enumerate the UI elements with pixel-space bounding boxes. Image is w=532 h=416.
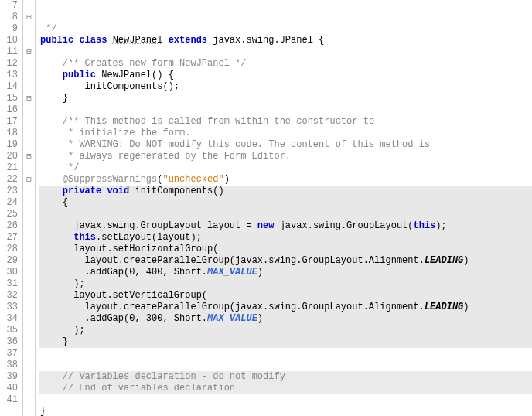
line-number: 26	[0, 220, 18, 232]
code-line[interactable]	[39, 394, 532, 406]
line-number: 21	[0, 162, 18, 174]
code-line[interactable]: {	[39, 197, 532, 209]
line-number: 39	[0, 371, 18, 383]
line-number: 34	[0, 313, 18, 325]
code-line[interactable]	[39, 46, 532, 58]
code-line[interactable]	[39, 209, 532, 220]
line-number: 24	[0, 197, 18, 209]
code-line[interactable]: /** Creates new form NewJPanel */	[39, 58, 532, 70]
code-line[interactable]: );	[39, 325, 532, 336]
line-number-gutter: 7891011121314151617181920212223242526272…	[0, 0, 23, 416]
line-number: 30	[0, 267, 18, 278]
line-number: 18	[0, 128, 18, 139]
line-number: 15	[0, 93, 18, 104]
code-line[interactable]: // End of variables declaration	[39, 383, 532, 394]
fold-toggle-icon[interactable]: ⊟	[26, 94, 32, 103]
code-line[interactable]: public NewJPanel() {	[39, 70, 532, 81]
line-number: 28	[0, 244, 18, 255]
code-editor[interactable]: 7891011121314151617181920212223242526272…	[0, 0, 532, 416]
line-number: 17	[0, 116, 18, 128]
line-number: 23	[0, 186, 18, 197]
code-line[interactable]: */	[39, 162, 532, 174]
line-number: 8	[0, 12, 18, 23]
line-number: 12	[0, 58, 18, 70]
fold-toggle-icon[interactable]: ⊟	[26, 12, 32, 22]
code-line[interactable]: }	[39, 406, 532, 416]
line-number: 33	[0, 302, 18, 313]
code-line[interactable]: javax.swing.GroupLayout layout = new jav…	[39, 220, 532, 232]
line-number: 22	[0, 174, 18, 186]
code-line[interactable]	[39, 360, 532, 371]
code-line[interactable]: initComponents();	[39, 81, 532, 93]
code-line[interactable]: * WARNING: Do NOT modify this code. The …	[39, 139, 532, 151]
code-line[interactable]	[39, 104, 532, 116]
line-number: 13	[0, 70, 18, 81]
code-line[interactable]: }	[39, 336, 532, 348]
line-number: 9	[0, 23, 18, 35]
code-line[interactable]: );	[39, 278, 532, 290]
code-line[interactable]: .addGap(0, 300, Short.MAX_VALUE)	[39, 313, 532, 325]
code-line[interactable]: }	[39, 93, 532, 104]
line-number: 40	[0, 383, 18, 394]
line-number: 31	[0, 278, 18, 290]
line-number: 20	[0, 151, 18, 162]
fold-toggle-icon[interactable]: ⊟	[26, 152, 32, 161]
code-line[interactable]: private void initComponents()	[39, 186, 532, 197]
code-line[interactable]: // Variables declaration - do not modify	[39, 371, 532, 383]
code-line[interactable]: this.setLayout(layout);	[39, 232, 532, 244]
line-number: 19	[0, 139, 18, 151]
fold-toggle-icon[interactable]: ⊟	[26, 47, 32, 56]
code-line[interactable]: public class NewJPanel extends javax.swi…	[39, 35, 532, 46]
line-number: 41	[0, 394, 18, 406]
line-number: 16	[0, 104, 18, 116]
line-number: 10	[0, 35, 18, 46]
code-line[interactable]: layout.createParallelGroup(javax.swing.G…	[39, 302, 532, 313]
line-number: 36	[0, 336, 18, 348]
line-number: 25	[0, 209, 18, 220]
line-number: 38	[0, 360, 18, 371]
code-line[interactable]: .addGap(0, 400, Short.MAX_VALUE)	[39, 267, 532, 278]
code-line[interactable]	[39, 348, 532, 360]
line-number: 11	[0, 46, 18, 58]
code-line[interactable]: layout.createParallelGroup(javax.swing.G…	[39, 255, 532, 267]
line-number: 7	[0, 0, 18, 12]
line-number: 37	[0, 348, 18, 360]
code-line[interactable]: layout.setHorizontalGroup(	[39, 244, 532, 255]
code-line[interactable]: * initialize the form.	[39, 128, 532, 139]
line-number: 27	[0, 232, 18, 244]
code-line[interactable]: /** This method is called from within th…	[39, 116, 532, 128]
line-number: 35	[0, 325, 18, 336]
code-line[interactable]: layout.setVerticalGroup(	[39, 290, 532, 302]
code-line[interactable]: * always regenerated by the Form Editor.	[39, 151, 532, 162]
code-line[interactable]: */	[39, 23, 532, 35]
code-line[interactable]: @SuppressWarnings("unchecked")	[39, 174, 532, 186]
code-area[interactable]: */public class NewJPanel extends javax.s…	[39, 0, 532, 416]
fold-gutter[interactable]: ⊟⊟⊟⊟⊟	[23, 0, 36, 416]
line-number: 32	[0, 290, 18, 302]
line-number: 14	[0, 81, 18, 93]
line-number: 29	[0, 255, 18, 267]
fold-toggle-icon[interactable]: ⊟	[26, 175, 32, 184]
